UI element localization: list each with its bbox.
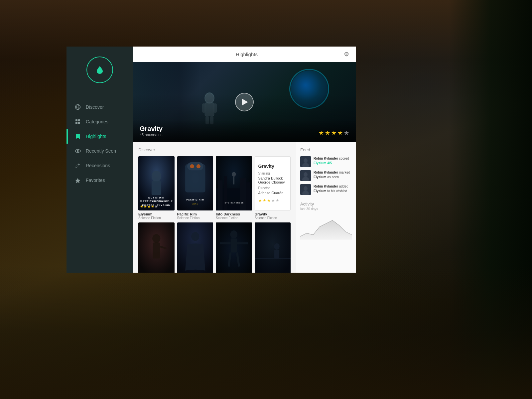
feed-action-2: marked — [339, 171, 350, 174]
feed-text-3: Robin Kylander added Elysium to his wish… — [314, 184, 352, 194]
elysium-rating: ★★★★★ — [140, 204, 158, 209]
sidebar-item-recensions[interactable]: Recensions — [66, 158, 133, 173]
into-darkness-title: Into Darkness — [216, 212, 252, 216]
poster-pacificrim: PACIFIC RIM JULY 12 — [177, 156, 213, 210]
discover-section: Discover — [133, 142, 296, 273]
feed-text-1: Robin Kylander scored Elysium 4/5 — [314, 156, 352, 166]
svg-line-8 — [78, 164, 79, 165]
poster-r2-3 — [216, 222, 252, 273]
elysium-genre: Science Fiction — [138, 216, 175, 220]
bookmark-icon — [74, 133, 81, 140]
settings-icon[interactable]: ⚙ — [344, 51, 349, 58]
sidebar-item-categories[interactable]: Categories — [66, 114, 133, 129]
svg-point-37 — [152, 234, 160, 243]
svg-rect-30 — [224, 176, 227, 210]
feed-detail-2: as seen — [327, 175, 339, 179]
svg-rect-3 — [75, 119, 77, 121]
logo[interactable] — [86, 57, 113, 83]
feed-target-3: Elysium — [314, 189, 326, 193]
feed-user-2: Robin Kylander — [314, 171, 338, 174]
movie-card-pacific-rim[interactable]: PACIFIC RIM JULY 12 Pacific Rim Science … — [177, 156, 213, 220]
gravity-card-title: Gravity — [258, 164, 287, 169]
sidebar-item-favorites[interactable]: Favorites — [66, 173, 133, 188]
sidebar-item-discover[interactable]: Discover — [66, 100, 133, 114]
elysium-title: Elysium — [138, 212, 175, 216]
app-container: Discover Categories — [66, 47, 356, 273]
play-icon — [242, 99, 248, 105]
gravity-info-title: Gravity — [255, 212, 291, 216]
feed-section: Feed Robin Kylander — [296, 142, 356, 273]
feed-section-title: Feed — [300, 147, 352, 152]
star-2: ★ — [325, 129, 330, 137]
svg-text:JULY 12: JULY 12 — [192, 203, 198, 205]
star-1: ★ — [319, 129, 324, 137]
svg-point-7 — [77, 150, 79, 152]
svg-rect-38 — [153, 242, 160, 258]
svg-text:MATT DAMON  JODIE FOSTER: MATT DAMON JODIE FOSTER — [145, 200, 168, 202]
hero-info-bar: Gravity 45 recensions ★ ★ ★ ★ ★ — [133, 120, 356, 142]
svg-rect-17 — [152, 181, 161, 195]
poster-gravity-info: Gravity Starring Sandra Bullock George C… — [255, 156, 291, 210]
svg-point-51 — [274, 243, 279, 249]
feed-text-2: Robin Kylander marked Elysium as seen — [314, 170, 352, 180]
movie-card-r2-1[interactable] — [138, 222, 175, 273]
sidebar-item-label-categories: Categories — [86, 119, 108, 124]
movie-card-into-darkness[interactable]: INTO DARKNESS Into Darkness Science Fict… — [216, 156, 252, 220]
sidebar-item-label-recensions: Recensions — [86, 163, 110, 168]
pacific-rim-genre: Science Fiction — [177, 216, 213, 220]
svg-point-33 — [232, 172, 236, 177]
svg-point-60 — [304, 186, 308, 191]
movies-grid-row1: ELYSIUM MATT DAMON JODIE FOSTER ★★★★★ El… — [138, 156, 291, 220]
svg-point-43 — [230, 230, 237, 238]
sidebar-item-highlights[interactable]: Highlights — [66, 129, 133, 144]
gravity-starring-label: Starring — [258, 172, 287, 175]
feed-action-1: scored — [339, 157, 349, 160]
sidebar-item-label-highlights: Highlights — [86, 134, 106, 139]
gravity-starring: Sandra Bullock George Clooney — [258, 176, 287, 184]
sidebar-item-label-recently-seen: Recently Seen — [86, 148, 116, 154]
eye-icon — [74, 148, 81, 154]
svg-rect-5 — [75, 122, 77, 124]
hero-movie-title: Gravity — [140, 125, 163, 133]
gravity-director: Alfonso Cuarón — [258, 191, 287, 195]
hero-reviews: 45 recensions — [140, 133, 163, 137]
movie-card-r2-3[interactable] — [216, 222, 252, 273]
movie-card-gravity-info[interactable]: Gravity Starring Sandra Bullock George C… — [255, 156, 291, 220]
svg-point-24 — [196, 164, 200, 168]
star-3: ★ — [331, 129, 336, 137]
activity-title: Activity — [300, 201, 352, 206]
into-darkness-genre: Science Fiction — [216, 216, 252, 220]
discover-section-title: Discover — [138, 147, 291, 152]
svg-rect-29 — [218, 180, 222, 210]
svg-point-57 — [304, 172, 308, 177]
play-button[interactable] — [235, 93, 254, 111]
feed-action-3: added — [339, 185, 348, 188]
movies-grid-row2 — [138, 222, 291, 273]
movie-card-elysium[interactable]: ELYSIUM MATT DAMON JODIE FOSTER ★★★★★ El… — [138, 156, 175, 220]
svg-rect-22 — [187, 162, 203, 170]
movie-card-r2-4[interactable] — [255, 222, 291, 273]
content-area: Discover — [133, 142, 356, 273]
star-5-empty: ★ — [344, 129, 349, 137]
feed-target-2: Elysium — [314, 175, 326, 179]
svg-rect-6 — [78, 122, 80, 124]
svg-text:PACIFIC RIM: PACIFIC RIM — [186, 199, 204, 201]
feed-item-2: Robin Kylander marked Elysium as seen — [300, 170, 352, 181]
movie-card-r2-2[interactable] — [177, 222, 213, 273]
poster-intodarkness: INTO DARKNESS — [216, 156, 252, 210]
panel-header: Highlights ⚙ — [133, 47, 356, 62]
main-panel: Highlights ⚙ — [133, 47, 356, 273]
svg-point-23 — [190, 164, 194, 168]
feed-avatar-2 — [300, 170, 311, 181]
poster-elysium: ELYSIUM MATT DAMON JODIE FOSTER ★★★★★ — [138, 156, 175, 210]
svg-rect-52 — [274, 250, 279, 259]
svg-text:INTO DARKNESS: INTO DARKNESS — [224, 202, 244, 204]
grid-icon — [74, 118, 81, 125]
nav: Discover Categories — [66, 100, 133, 188]
sidebar-item-recently-seen[interactable]: Recently Seen — [66, 144, 133, 158]
feed-avatar-3 — [300, 184, 311, 195]
star-4: ★ — [337, 129, 343, 137]
svg-rect-32 — [246, 182, 250, 210]
pencil-icon — [74, 162, 81, 169]
pacific-rim-title: Pacific Rim — [177, 212, 213, 216]
